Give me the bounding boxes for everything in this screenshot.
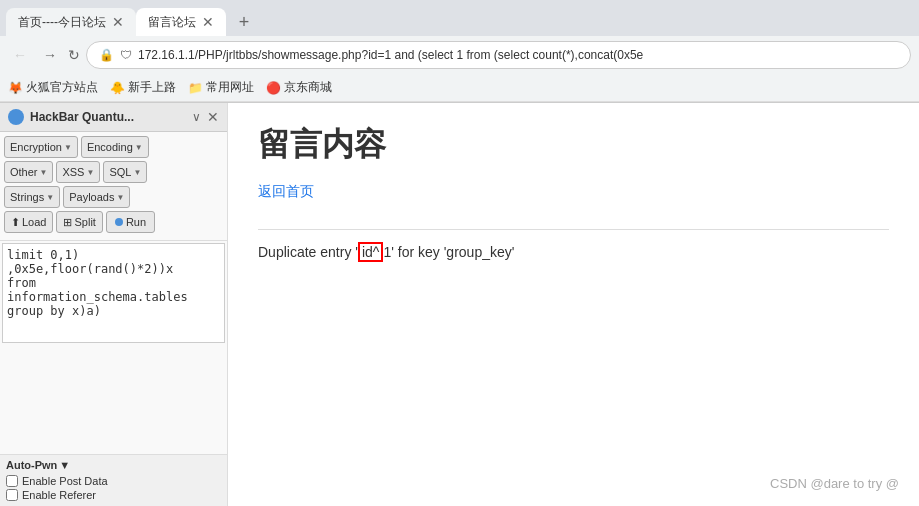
tab-close-1[interactable]: ✕ xyxy=(112,14,124,30)
hackbar-title: HackBar Quantu... xyxy=(30,110,186,124)
sql-arrow-icon: ▼ xyxy=(133,168,141,177)
tab-close-2[interactable]: ✕ xyxy=(202,14,214,30)
error-caret-text: ^ xyxy=(373,244,380,260)
main-area: HackBar Quantu... ∨ ✕ Encryption ▼ Encod… xyxy=(0,103,919,506)
hackbar-logo-icon xyxy=(8,109,24,125)
toolbar-row-4: ⬆ Load ⊞ Split Run xyxy=(4,211,223,233)
encoding-arrow-icon: ▼ xyxy=(135,143,143,152)
page-title: 留言内容 xyxy=(258,123,889,167)
hackbar-textarea-container: limit 0,1) ,0x5e,floor(rand()*2))x from … xyxy=(0,241,227,454)
toolbar-row-3: Strings ▼ Payloads ▼ xyxy=(4,186,223,208)
new-tab-button[interactable]: + xyxy=(230,8,258,36)
payloads-dropdown[interactable]: Payloads ▼ xyxy=(63,186,130,208)
referer-checkbox[interactable] xyxy=(6,489,18,501)
error-suffix: 1' for key 'group_key' xyxy=(383,244,514,260)
bookmark-label-common: 常用网址 xyxy=(206,79,254,96)
refresh-button[interactable]: ↻ xyxy=(68,47,80,63)
browser-chrome: 首页----今日论坛 ✕ 留言论坛 ✕ + ← → ↻ 🔒 🛡 172.16.1… xyxy=(0,0,919,103)
other-arrow-icon: ▼ xyxy=(40,168,48,177)
tab-active[interactable]: 留言论坛 ✕ xyxy=(136,8,226,36)
payloads-arrow-icon: ▼ xyxy=(116,193,124,202)
autopwn-arrow-icon: ▼ xyxy=(59,459,70,471)
error-message: Duplicate entry 'id^1' for key 'group_ke… xyxy=(258,242,889,262)
csdn-watermark: CSDN @dare to try @ xyxy=(770,476,899,491)
bookmark-icon-jd: 🔴 xyxy=(266,81,281,95)
hackbar-header: HackBar Quantu... ∨ ✕ xyxy=(0,103,227,132)
error-prefix: Duplicate entry ' xyxy=(258,244,358,260)
back-button[interactable]: ← xyxy=(8,43,32,67)
tab-title-2: 留言论坛 xyxy=(148,14,196,31)
address-text: 172.16.1.1/PHP/jrltbbs/showmessage.php?i… xyxy=(138,48,643,62)
bookmark-label-newbie: 新手上路 xyxy=(128,79,176,96)
bookmark-firefox[interactable]: 🦊 火狐官方站点 xyxy=(8,79,98,96)
run-dot-icon xyxy=(115,218,123,226)
address-input[interactable]: 🔒 🛡 172.16.1.1/PHP/jrltbbs/showmessage.p… xyxy=(86,41,911,69)
post-data-checkbox[interactable] xyxy=(6,475,18,487)
encoding-dropdown[interactable]: Encoding ▼ xyxy=(81,136,149,158)
load-icon: ⬆ xyxy=(11,216,20,229)
hackbar-autopwn-section: Auto-Pwn ▼ Enable Post Data Enable Refer… xyxy=(0,454,227,506)
content-divider xyxy=(258,229,889,230)
run-button[interactable]: Run xyxy=(106,211,155,233)
back-link[interactable]: 返回首页 xyxy=(258,183,314,201)
tab-inactive[interactable]: 首页----今日论坛 ✕ xyxy=(6,8,136,36)
bookmarks-bar: 🦊 火狐官方站点 🐥 新手上路 📁 常用网址 🔴 京东商城 xyxy=(0,74,919,102)
xss-arrow-icon: ▼ xyxy=(86,168,94,177)
hackbar-textarea[interactable]: limit 0,1) ,0x5e,floor(rand()*2))x from … xyxy=(2,243,225,343)
encryption-dropdown[interactable]: Encryption ▼ xyxy=(4,136,78,158)
address-bar: ← → ↻ 🔒 🛡 172.16.1.1/PHP/jrltbbs/showmes… xyxy=(0,36,919,74)
autopwn-header: Auto-Pwn ▼ xyxy=(6,459,221,471)
web-content: 留言内容 返回首页 Duplicate entry 'id^1' for key… xyxy=(228,103,919,506)
toolbar-row-1: Encryption ▼ Encoding ▼ xyxy=(4,136,223,158)
strings-arrow-icon: ▼ xyxy=(46,193,54,202)
error-id-text: id xyxy=(362,244,373,260)
referer-row: Enable Referer xyxy=(6,489,221,501)
hackbar-close-button[interactable]: ✕ xyxy=(207,109,219,125)
load-button[interactable]: ⬆ Load xyxy=(4,211,53,233)
forward-button[interactable]: → xyxy=(38,43,62,67)
tab-title-1: 首页----今日论坛 xyxy=(18,14,106,31)
toolbar-row-2: Other ▼ XSS ▼ SQL ▼ xyxy=(4,161,223,183)
sql-dropdown[interactable]: SQL ▼ xyxy=(103,161,147,183)
bookmark-icon-firefox: 🦊 xyxy=(8,81,23,95)
encryption-arrow-icon: ▼ xyxy=(64,143,72,152)
bookmark-newbie[interactable]: 🐥 新手上路 xyxy=(110,79,176,96)
referer-label: Enable Referer xyxy=(22,489,96,501)
tab-bar: 首页----今日论坛 ✕ 留言论坛 ✕ + xyxy=(0,0,919,36)
security-icon: 🔒 xyxy=(99,48,114,62)
bookmark-common[interactable]: 📁 常用网址 xyxy=(188,79,254,96)
hackbar-toolbar: Encryption ▼ Encoding ▼ Other ▼ XSS ▼ xyxy=(0,132,227,241)
bookmark-label-jd: 京东商城 xyxy=(284,79,332,96)
bookmark-icon-common: 📁 xyxy=(188,81,203,95)
other-dropdown[interactable]: Other ▼ xyxy=(4,161,53,183)
bookmark-jd[interactable]: 🔴 京东商城 xyxy=(266,79,332,96)
strings-dropdown[interactable]: Strings ▼ xyxy=(4,186,60,208)
post-data-row: Enable Post Data xyxy=(6,475,221,487)
hackbar-toggle-button[interactable]: ∨ xyxy=(192,110,201,124)
post-data-label: Enable Post Data xyxy=(22,475,108,487)
xss-dropdown[interactable]: XSS ▼ xyxy=(56,161,100,183)
split-button[interactable]: ⊞ Split xyxy=(56,211,102,233)
bookmark-icon-newbie: 🐥 xyxy=(110,81,125,95)
bookmark-label-firefox: 火狐官方站点 xyxy=(26,79,98,96)
hackbar-panel: HackBar Quantu... ∨ ✕ Encryption ▼ Encod… xyxy=(0,103,228,506)
shield-icon: 🛡 xyxy=(120,48,132,62)
error-highlight-box: id^ xyxy=(358,242,383,262)
split-icon: ⊞ xyxy=(63,216,72,229)
